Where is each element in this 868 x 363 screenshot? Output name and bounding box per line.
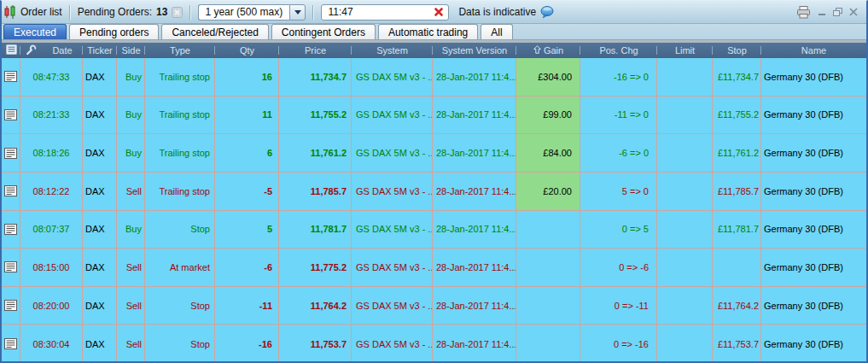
time-input-value: 11:47 — [328, 6, 352, 18]
cell-limit — [657, 134, 713, 172]
cell-date: 08:47:33 — [20, 58, 83, 96]
cell-type: Stop — [145, 325, 215, 363]
cell-gain: £99.00 — [516, 97, 580, 134]
time-input[interactable]: 11:47 — [321, 4, 449, 20]
cell-stop: £11,755.2 — [713, 97, 761, 134]
cell-limit — [657, 58, 713, 96]
cell-qty: -11 — [215, 287, 279, 325]
cell-system-version: 28-Jan-2017 11:4... — [433, 211, 516, 249]
column-header-label: System Version — [442, 45, 507, 56]
period-dropdown[interactable]: 1 year (500 max) — [198, 4, 306, 20]
cell-limit — [657, 249, 713, 286]
toolbar-separator — [189, 5, 191, 20]
note-icon — [2, 58, 20, 96]
note-icon — [2, 287, 20, 325]
restore-icon[interactable] — [833, 8, 842, 16]
note-icon — [2, 97, 20, 134]
column-header-system[interactable]: System — [352, 43, 433, 58]
tab-pending-orders[interactable]: Pending orders — [69, 24, 159, 39]
cell-pos-chg: 0 => 5 — [580, 211, 657, 249]
cell-gain — [516, 211, 580, 249]
column-header-label: Pos. Chg — [599, 45, 638, 56]
column-header-ticker[interactable]: Ticker — [83, 43, 117, 58]
table-row[interactable]: 08:18:26DAXBuyTrailing stop611,761.2GS D… — [2, 134, 866, 173]
note-icon — [2, 173, 20, 210]
column-header-label: System — [376, 45, 408, 56]
cell-qty: 16 — [215, 58, 279, 96]
note-icon — [2, 325, 20, 363]
cell-pos-chg: -11 => 0 — [580, 97, 657, 134]
indicative-label: Data is indicative — [458, 6, 536, 18]
cell-price: 11,785.7 — [279, 173, 352, 210]
column-header-price[interactable]: Price — [279, 43, 352, 58]
tab-contingent-orders[interactable]: Contingent Orders — [271, 24, 376, 39]
printer-icon[interactable] — [796, 6, 811, 19]
note-icon — [2, 134, 20, 172]
cell-type: Trailing stop — [145, 97, 215, 134]
column-header-label: Name — [801, 45, 826, 56]
cell-pos-chg: -16 => 0 — [580, 58, 657, 96]
column-header-type[interactable]: Type — [145, 43, 215, 58]
cell-side: Sell — [117, 173, 145, 210]
column-header-name[interactable]: Name — [761, 43, 866, 58]
cell-pos-chg: 0 => -11 — [580, 287, 657, 325]
minimize-icon[interactable] — [818, 8, 826, 16]
cell-side: Buy — [117, 97, 145, 134]
table-row[interactable]: 08:15:00DAXSellAt market-611,775.2GS DAX… — [2, 249, 866, 287]
close-icon[interactable] — [849, 8, 858, 16]
cell-system: GS DAX 5M v3 - ... — [352, 58, 433, 96]
cell-type: Trailing stop — [145, 134, 215, 172]
cell-name: Germany 30 (DFB) — [761, 173, 866, 210]
column-header-stop[interactable]: Stop — [713, 43, 761, 58]
cell-qty: 5 — [215, 211, 279, 249]
column-header-label: Type — [170, 45, 190, 56]
tab-all[interactable]: All — [481, 24, 512, 39]
header-wrench-icon[interactable] — [20, 43, 42, 58]
column-header-system-version[interactable]: System Version — [433, 43, 516, 58]
cell-name: Germany 30 (DFB) — [761, 97, 866, 134]
table-row[interactable]: 08:21:33DAXBuyTrailing stop1111,755.2GS … — [2, 97, 866, 135]
cell-price: 11,781.7 — [279, 211, 352, 249]
table-body: 08:47:33DAXBuyTrailing stop1611,734.7GS … — [2, 58, 866, 363]
cell-stop: £11,753.7 — [713, 325, 761, 363]
speech-bubble-icon — [540, 6, 554, 19]
cell-type: Stop — [145, 211, 215, 249]
table-row[interactable]: 08:20:00DAXSellStop-1111,764.2GS DAX 5M … — [2, 287, 866, 325]
cell-limit — [657, 325, 713, 363]
cell-pos-chg: -6 => 0 — [580, 134, 657, 172]
cell-system-version: 28-Jan-2017 11:4... — [433, 173, 516, 210]
table-row[interactable]: 08:07:37DAXBuyStop511,781.7GS DAX 5M v3 … — [2, 211, 866, 249]
column-header-qty[interactable]: Qty — [215, 43, 279, 58]
column-header-limit[interactable]: Limit — [657, 43, 713, 58]
tab-bar: ExecutedPending ordersCanceled/RejectedC… — [2, 24, 866, 39]
cell-gain: £84.00 — [516, 134, 580, 172]
toolbar-separator — [312, 5, 314, 20]
tab-automatic-trading[interactable]: Automatic trading — [378, 24, 478, 39]
cell-limit — [657, 287, 713, 325]
table-row[interactable]: 08:12:22DAXSellTrailing stop-511,785.7GS… — [2, 173, 866, 211]
tab-executed[interactable]: Executed — [3, 24, 67, 39]
column-header-date[interactable]: Date — [42, 43, 83, 58]
cell-system-version: 28-Jan-2017 11:4... — [433, 325, 516, 363]
column-header-label: Qty — [240, 45, 254, 56]
table-row[interactable]: 08:47:33DAXBuyTrailing stop1611,734.7GS … — [2, 58, 866, 97]
header-document-icon[interactable] — [2, 43, 20, 58]
cell-limit — [657, 173, 713, 210]
disabled-clear-icon[interactable] — [172, 7, 183, 18]
wrench-icon — [26, 44, 37, 57]
column-header-gain[interactable]: Gain — [516, 43, 580, 58]
cell-ticker: DAX — [83, 287, 117, 325]
column-header-label: Ticker — [87, 45, 113, 56]
clear-red-x-icon[interactable] — [434, 7, 444, 17]
cell-side: Buy — [117, 211, 145, 249]
dropdown-arrow-icon[interactable] — [289, 4, 306, 20]
tab-canceled-rejected[interactable]: Canceled/Rejected — [161, 24, 268, 39]
order-list-toggle[interactable]: Order list — [3, 5, 62, 19]
column-header-label: Price — [305, 45, 326, 56]
column-header-pos-chg[interactable]: Pos. Chg — [580, 43, 657, 58]
column-header-side[interactable]: Side — [117, 43, 145, 58]
table-row[interactable]: 08:30:04DAXSellStop-1611,753.7GS DAX 5M … — [2, 325, 866, 363]
cell-date: 08:21:33 — [20, 97, 83, 134]
note-icon — [2, 249, 20, 286]
cell-system: GS DAX 5M v3 - ... — [352, 211, 433, 249]
